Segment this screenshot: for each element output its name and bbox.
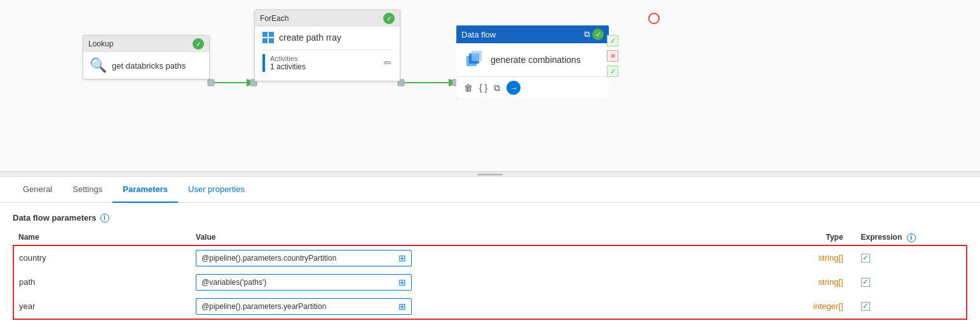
foreach-node[interactable]: ForEach ✓ create path rray Activities: [254, 10, 400, 81]
param-expr-path: [856, 270, 967, 294]
svg-rect-3: [208, 79, 214, 86]
parameters-section: Data flow parameters i Name Value Type E…: [0, 203, 980, 330]
param-name-path: path: [13, 270, 191, 294]
dataflow-header-icons: ⧉ ✓: [584, 29, 604, 40]
activities-text: Activities 1 activities: [270, 55, 379, 71]
lookup-header: Lookup ✓: [83, 36, 209, 52]
tab-settings[interactable]: Settings: [62, 177, 112, 203]
dataflow-title: Data flow: [461, 30, 582, 39]
foreach-body: create path rray Activities 1 activities…: [255, 27, 400, 81]
side-checks: ✓ ✕ ✓: [607, 35, 618, 77]
lookup-body: 🔍 get databricks paths: [83, 52, 209, 79]
dataflow-cube-icon: [464, 50, 484, 70]
foreach-header: ForEach ✓: [255, 10, 400, 27]
code-icon[interactable]: { }: [479, 83, 487, 93]
table-row: year @pipeline().parameters.yearPartitio…: [13, 294, 967, 319]
activities-row: Activities 1 activities ✏: [262, 50, 392, 76]
delete-icon[interactable]: 🗑: [464, 83, 473, 93]
expression-checkbox-country[interactable]: [861, 254, 870, 263]
dataflow-node[interactable]: Data flow ⧉ ✓ generate combinations 🗑 { …: [456, 25, 609, 99]
info-icon[interactable]: i: [100, 214, 109, 223]
arrow-right-icon[interactable]: →: [507, 81, 521, 95]
parameters-tbody: country @pipeline().parameters.countryPa…: [13, 245, 967, 319]
expression-checkbox-path[interactable]: [861, 278, 870, 287]
lookup-node[interactable]: Lookup ✓ 🔍 get databricks paths: [83, 35, 210, 79]
lookup-status-check: ✓: [193, 38, 204, 50]
svg-rect-10: [472, 51, 482, 61]
edit-expression-icon-3[interactable]: ⊞: [398, 301, 406, 312]
param-type-country: string[]: [723, 245, 855, 270]
foreach-title-row: create path rray: [262, 32, 392, 43]
param-value-country[interactable]: @pipeline().parameters.countryPartition …: [191, 245, 723, 270]
dataflow-toolbar: 🗑 { } ⧉ →: [456, 76, 609, 99]
side-check-2[interactable]: ✕: [607, 50, 618, 62]
value-input-year[interactable]: @pipeline().parameters.yearPartition ⊞: [196, 298, 412, 315]
dataflow-header: Data flow ⧉ ✓: [456, 25, 609, 43]
dataflow-inner: Data flow ⧉ ✓ generate combinations 🗑 { …: [456, 25, 609, 99]
parameters-table: Name Value Type Expression i country @pi…: [13, 230, 967, 320]
dataflow-status-check: ✓: [592, 29, 604, 40]
param-name-year: year: [13, 294, 191, 319]
edit-icon[interactable]: ✏: [384, 57, 392, 69]
foreach-label: create path rray: [279, 32, 341, 43]
tab-general[interactable]: General: [13, 177, 62, 203]
table-row: country @pipeline().parameters.countryPa…: [13, 245, 967, 270]
panel-divider[interactable]: [0, 172, 980, 177]
param-type-path: string[]: [723, 270, 855, 294]
tabs-row: General Settings Parameters User propert…: [0, 177, 980, 203]
value-text-year: @pipeline().parameters.yearPartition: [201, 302, 395, 311]
edit-expression-icon-2[interactable]: ⊞: [398, 277, 406, 287]
value-input-country[interactable]: @pipeline().parameters.countryPartition …: [196, 250, 412, 266]
side-check-3[interactable]: ✓: [607, 65, 618, 77]
value-text-path: @variables('paths'): [201, 278, 395, 287]
external-link-icon[interactable]: ⧉: [584, 29, 590, 39]
pipeline-canvas: Lookup ✓ 🔍 get databricks paths ForEach …: [0, 0, 980, 172]
expression-info-icon[interactable]: i: [907, 233, 916, 242]
expression-checkbox-year[interactable]: [861, 302, 870, 311]
foreach-icon: [262, 32, 274, 43]
activities-count: 1 activities: [270, 62, 379, 71]
lookup-label: get databricks paths: [112, 61, 186, 71]
foreach-title: ForEach: [260, 14, 289, 23]
copy-icon[interactable]: ⧉: [494, 83, 500, 93]
side-check-1[interactable]: ✓: [607, 35, 618, 46]
activities-bar: [262, 54, 265, 72]
dataflow-activity-name: generate combinations: [491, 55, 581, 65]
tab-parameters[interactable]: Parameters: [112, 177, 178, 203]
activities-label: Activities: [270, 55, 379, 62]
param-type-year: integer[]: [723, 294, 855, 319]
divider-bar: [477, 174, 503, 175]
param-expr-year: [856, 294, 967, 319]
col-header-expression: Expression i: [856, 230, 967, 245]
param-value-path[interactable]: @variables('paths') ⊞: [191, 270, 723, 294]
dataflow-body: generate combinations: [456, 43, 609, 76]
tab-user-properties[interactable]: User properties: [178, 177, 255, 203]
lookup-title: Lookup: [88, 39, 113, 48]
red-circle-connector: [648, 13, 660, 24]
edit-expression-icon[interactable]: ⊞: [398, 253, 406, 263]
value-input-path[interactable]: @variables('paths') ⊞: [196, 274, 412, 291]
foreach-status-check: ✓: [383, 13, 395, 24]
col-header-name: Name: [13, 230, 191, 245]
col-header-type: Type: [723, 230, 855, 245]
section-title: Data flow parameters i: [13, 213, 967, 223]
value-text-country: @pipeline().parameters.countryPartition: [201, 254, 395, 263]
param-name-country: country: [13, 245, 191, 270]
col-header-value: Value: [191, 230, 723, 245]
table-row: path @variables('paths') ⊞ string[]: [13, 270, 967, 294]
param-expr-country: [856, 245, 967, 270]
search-icon: 🔍: [90, 57, 107, 74]
bottom-panel: General Settings Parameters User propert…: [0, 177, 980, 330]
param-value-year[interactable]: @pipeline().parameters.yearPartition ⊞: [191, 294, 723, 319]
